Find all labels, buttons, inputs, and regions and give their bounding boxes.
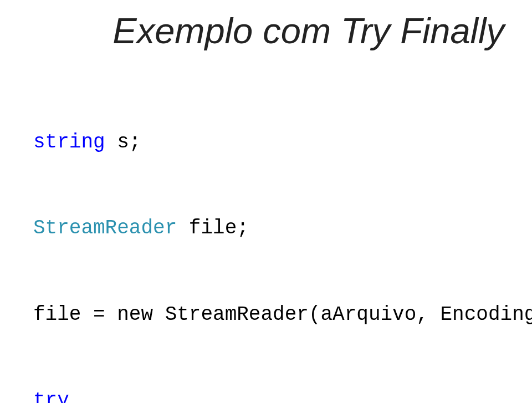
type-streamreader: StreamReader: [33, 217, 177, 239]
slide-title: Exemplo com Try Finally: [33, 10, 510, 52]
code-text: s;: [105, 131, 141, 154]
code-line: StreamReader file;: [33, 214, 510, 243]
code-line: string s;: [33, 128, 510, 157]
code-block: string s; StreamReader file; file = new …: [33, 70, 510, 403]
keyword-string: string: [33, 131, 105, 154]
keyword-try: try: [33, 389, 69, 403]
code-line: try: [33, 386, 510, 403]
slide-container: Exemplo com Try Finally string s; Stream…: [0, 0, 532, 403]
code-line: file = new StreamReader(aArquivo, Encodi…: [33, 300, 510, 329]
code-text: file;: [177, 217, 249, 239]
